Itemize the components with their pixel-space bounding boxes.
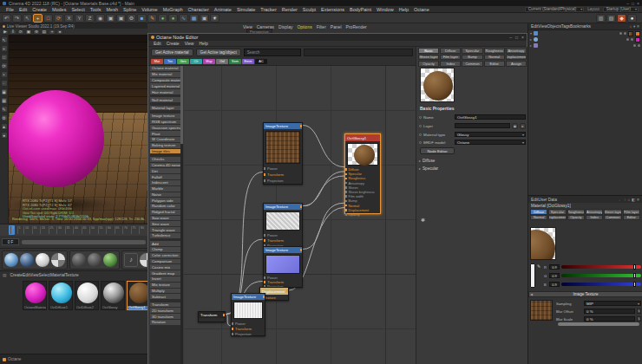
node-imagetexture-displacement[interactable]: ImageTexture Power Transform Projection [231, 293, 265, 336]
filter-icon[interactable]: ▾ [633, 24, 635, 29]
timeline-ruler[interactable]: 05101520253035404550556065707580 [0, 224, 147, 236]
node-graph-canvas[interactable]: ImageTexture Power Transform Projection … [184, 66, 416, 364]
slider-handle[interactable] [633, 264, 636, 270]
spline-icon[interactable]: ∿ [179, 14, 188, 23]
expand-icon[interactable]: ▸ [530, 37, 532, 42]
attribute-tab[interactable]: Opacity [567, 215, 585, 221]
octane-live-viewer-viewport[interactable]: RTX 2080 Ti(P2)[T1 S] Ms/s: 57RTX 2080 T… [9, 35, 147, 224]
node-type-item[interactable]: Composite material [150, 78, 180, 84]
node-type-item[interactable]: Hair material [150, 89, 180, 95]
output-pin[interactable] [300, 125, 302, 127]
lv-settings-icon[interactable]: ⚙ [33, 29, 40, 35]
input-pin[interactable] [345, 213, 347, 216]
maximize-button[interactable]: □ [632, 1, 634, 6]
current-color-swatch[interactable] [530, 263, 535, 288]
attribute-menu-item[interactable]: User Data [538, 198, 557, 202]
node-type-item[interactable]: Dirt [150, 168, 180, 174]
ne-menu-item[interactable]: Create [167, 41, 180, 46]
attribute-tab[interactable]: Editor [623, 215, 640, 221]
node-imagetexture-roughness[interactable]: ImageTexture Power Transform Projection [263, 203, 303, 247]
input-pin[interactable] [345, 205, 347, 207]
material-swatch[interactable]: OctDiffuse2 [75, 281, 99, 310]
viewport-menu-item[interactable]: Options [297, 24, 311, 29]
material-menu-item[interactable]: Texture [65, 273, 79, 277]
node-type-item[interactable]: Polygon side [150, 198, 180, 204]
input-pin[interactable] [232, 322, 233, 325]
preset-sphere-checker-icon[interactable] [51, 253, 65, 267]
node-type-item[interactable]: Cinema 4D noise [150, 163, 180, 169]
sv-move-icon[interactable]: + [1, 45, 8, 52]
preset-sphere-dark1-icon[interactable] [72, 253, 86, 267]
node-type-item[interactable]: Marble [150, 186, 180, 192]
node-type-item[interactable]: Octane material [150, 66, 180, 72]
node-octglossy-material[interactable]: OctGlossy1 Diffuse Specular Roughness [344, 133, 381, 214]
move-tool-icon[interactable]: + [33, 14, 43, 23]
property-tab[interactable]: Editor [484, 61, 505, 67]
sv-points-icon[interactable]: • [1, 71, 8, 78]
camera-icon[interactable]: ▣ [200, 14, 209, 23]
object-menu-item[interactable]: View [538, 24, 547, 29]
material-swatch[interactable]: OctDiffuse1 [49, 281, 73, 310]
node-port[interactable]: Projection [232, 331, 265, 336]
output-pin[interactable] [300, 249, 302, 251]
material-name-field[interactable]: OctGlossy1 [455, 114, 526, 120]
property-tab[interactable]: Basic [418, 48, 439, 54]
material-swatch[interactable]: OctGlossy [101, 281, 125, 310]
node-type-item[interactable]: Noise [150, 192, 180, 198]
lv-camera-icon[interactable]: ● [56, 29, 63, 35]
timeline-scrollbar[interactable] [22, 240, 146, 244]
node-list-scrollbar[interactable] [180, 66, 183, 364]
brdf-model-dropdown[interactable]: Octane [455, 140, 526, 146]
menu-item[interactable]: Animate [212, 7, 234, 12]
input-pin[interactable] [232, 328, 233, 330]
get-active-material-button[interactable]: Get Active material [151, 49, 193, 56]
search-icon[interactable]: ○ [627, 198, 630, 202]
sv-rotate-icon[interactable]: ⟳ [1, 62, 8, 69]
material-type-dropdown[interactable]: Glossy [455, 132, 526, 138]
slider-handle[interactable] [633, 273, 636, 278]
menu-item[interactable]: Modes [49, 7, 69, 12]
menu-item[interactable]: Tracker [258, 7, 278, 12]
input-pin[interactable] [264, 179, 265, 182]
pen-tool-icon[interactable]: ✎ [147, 14, 157, 23]
property-tab[interactable]: Film layer [440, 55, 461, 61]
collapsible-section[interactable]: Diffuse [419, 158, 527, 164]
property-tab[interactable]: Sheen layer [418, 55, 439, 61]
current-frame-field[interactable]: 0 F [2, 238, 19, 245]
object-menu-item[interactable]: Tags [561, 24, 570, 29]
add-cube-icon[interactable]: ■ [137, 14, 147, 23]
magenta-material-tag-icon[interactable] [635, 37, 640, 42]
channel-value-field[interactable]: 0.9 [549, 264, 560, 270]
channel-value-field[interactable]: 0.9 [549, 273, 560, 278]
node-type-item[interactable]: Null material [150, 97, 180, 103]
filter-chip[interactable]: Tex [164, 59, 176, 64]
expand-icon[interactable]: ▸ [530, 43, 532, 48]
channel-slider[interactable] [561, 283, 641, 286]
ne-menu-item[interactable]: View [185, 41, 194, 46]
node-imagetexture-diffuse[interactable]: ImageTexture Power Transform Projection [263, 122, 303, 185]
node-space-dropdown[interactable]: Current (Standard/Physical) [525, 7, 585, 12]
sv-polygons-icon[interactable]: ▣ [1, 88, 8, 95]
render-view-icon[interactable]: ▣ [106, 14, 115, 23]
viewport-menu-item[interactable]: Filter [317, 24, 326, 29]
generators-icon[interactable]: ● [158, 14, 167, 23]
redo-icon[interactable]: ↷ [12, 14, 22, 23]
diffuse-texture-preview[interactable] [530, 227, 556, 260]
menu-item[interactable]: Volume [139, 7, 160, 12]
octane-material-tag-icon[interactable] [635, 31, 640, 36]
layer-field[interactable] [455, 123, 510, 129]
menu-item[interactable]: Render [279, 7, 300, 12]
sv-axis-icon[interactable]: ▲ [1, 123, 8, 130]
material-menu-item[interactable]: Material [50, 273, 65, 277]
menu-item[interactable]: Edit [16, 7, 29, 12]
lock-icon[interactable]: ◧ [632, 198, 635, 202]
node-type-item[interactable]: Multiply [150, 289, 180, 295]
node-type-item[interactable]: Turbulence [150, 233, 180, 239]
layout-dropdown[interactable]: Startup (User) [603, 7, 639, 12]
input-pin[interactable] [345, 186, 347, 189]
render-picture-viewer-icon[interactable]: ▣ [116, 14, 126, 23]
visibility-dot[interactable] [624, 32, 626, 35]
channel-slider[interactable] [561, 274, 641, 277]
menu-item[interactable]: Sculpt [300, 7, 318, 12]
material-menu-item[interactable]: View [29, 273, 38, 277]
